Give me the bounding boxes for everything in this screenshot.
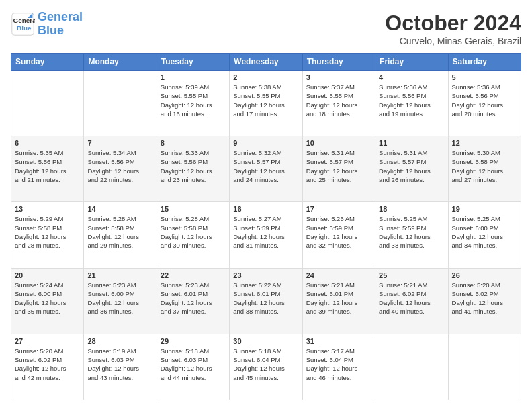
week-row-2: 13Sunrise: 5:29 AM Sunset: 5:58 PM Dayli… bbox=[11, 202, 521, 268]
day-number: 31 bbox=[306, 337, 371, 345]
day-info: Sunrise: 5:31 AM Sunset: 5:57 PM Dayligh… bbox=[379, 148, 444, 184]
day-number: 28 bbox=[87, 337, 152, 345]
calendar-cell: 6Sunrise: 5:35 AM Sunset: 5:56 PM Daylig… bbox=[11, 136, 84, 202]
day-number: 21 bbox=[87, 271, 152, 279]
calendar-table: SundayMondayTuesdayWednesdayThursdayFrid… bbox=[11, 53, 521, 400]
day-info: Sunrise: 5:36 AM Sunset: 5:56 PM Dayligh… bbox=[379, 83, 444, 118]
calendar-cell: 30Sunrise: 5:18 AM Sunset: 6:04 PM Dayli… bbox=[230, 334, 302, 400]
calendar-cell: 4Sunrise: 5:36 AM Sunset: 5:56 PM Daylig… bbox=[375, 71, 448, 136]
day-info: Sunrise: 5:19 AM Sunset: 6:03 PM Dayligh… bbox=[87, 347, 152, 382]
calendar-cell: 8Sunrise: 5:33 AM Sunset: 5:56 PM Daylig… bbox=[157, 136, 229, 202]
day-number: 30 bbox=[233, 337, 298, 345]
day-info: Sunrise: 5:36 AM Sunset: 5:56 PM Dayligh… bbox=[452, 83, 517, 118]
calendar-cell: 31Sunrise: 5:17 AM Sunset: 6:04 PM Dayli… bbox=[302, 334, 375, 400]
calendar-cell: 2Sunrise: 5:38 AM Sunset: 5:55 PM Daylig… bbox=[230, 71, 302, 136]
logo-text: General Blue bbox=[38, 11, 83, 38]
calendar-cell: 25Sunrise: 5:21 AM Sunset: 6:02 PM Dayli… bbox=[375, 268, 448, 334]
calendar-cell: 13Sunrise: 5:29 AM Sunset: 5:58 PM Dayli… bbox=[11, 202, 84, 268]
day-number: 20 bbox=[15, 271, 80, 279]
calendar-cell bbox=[375, 334, 448, 400]
day-info: Sunrise: 5:24 AM Sunset: 6:00 PM Dayligh… bbox=[15, 281, 80, 316]
calendar-cell: 3Sunrise: 5:37 AM Sunset: 5:55 PM Daylig… bbox=[302, 71, 375, 136]
day-number: 6 bbox=[15, 139, 80, 147]
day-number: 15 bbox=[161, 205, 226, 213]
day-info: Sunrise: 5:17 AM Sunset: 6:04 PM Dayligh… bbox=[306, 347, 371, 382]
calendar-cell: 17Sunrise: 5:26 AM Sunset: 5:59 PM Dayli… bbox=[302, 202, 375, 268]
day-header-thursday: Thursday bbox=[302, 54, 375, 71]
day-info: Sunrise: 5:28 AM Sunset: 5:58 PM Dayligh… bbox=[87, 214, 152, 250]
day-info: Sunrise: 5:33 AM Sunset: 5:56 PM Dayligh… bbox=[161, 148, 226, 184]
day-number: 10 bbox=[306, 139, 371, 147]
calendar-cell: 21Sunrise: 5:23 AM Sunset: 6:00 PM Dayli… bbox=[84, 268, 157, 334]
day-number: 19 bbox=[452, 205, 517, 213]
day-info: Sunrise: 5:39 AM Sunset: 5:55 PM Dayligh… bbox=[161, 83, 226, 118]
calendar-cell: 10Sunrise: 5:31 AM Sunset: 5:57 PM Dayli… bbox=[302, 136, 375, 202]
calendar-cell: 16Sunrise: 5:27 AM Sunset: 5:59 PM Dayli… bbox=[230, 202, 302, 268]
day-info: Sunrise: 5:22 AM Sunset: 6:01 PM Dayligh… bbox=[233, 281, 298, 316]
day-info: Sunrise: 5:37 AM Sunset: 5:55 PM Dayligh… bbox=[306, 83, 371, 118]
day-info: Sunrise: 5:20 AM Sunset: 6:02 PM Dayligh… bbox=[452, 281, 517, 316]
logo: General Blue General Blue bbox=[11, 11, 83, 38]
day-number: 3 bbox=[306, 73, 371, 81]
week-row-0: 1Sunrise: 5:39 AM Sunset: 5:55 PM Daylig… bbox=[11, 71, 521, 136]
day-number: 22 bbox=[161, 271, 226, 279]
calendar-cell: 1Sunrise: 5:39 AM Sunset: 5:55 PM Daylig… bbox=[157, 71, 229, 136]
calendar-header-row: SundayMondayTuesdayWednesdayThursdayFrid… bbox=[11, 54, 521, 71]
day-number: 27 bbox=[15, 337, 80, 345]
day-info: Sunrise: 5:18 AM Sunset: 6:04 PM Dayligh… bbox=[233, 347, 298, 382]
svg-text:Blue: Blue bbox=[17, 24, 32, 32]
location: Curvelo, Minas Gerais, Brazil bbox=[385, 36, 521, 46]
page: General Blue General Blue October 2024 C… bbox=[0, 0, 532, 411]
day-number: 9 bbox=[233, 139, 298, 147]
day-info: Sunrise: 5:25 AM Sunset: 6:00 PM Dayligh… bbox=[452, 214, 517, 250]
day-number: 18 bbox=[379, 205, 444, 213]
calendar-cell: 15Sunrise: 5:28 AM Sunset: 5:58 PM Dayli… bbox=[157, 202, 229, 268]
day-info: Sunrise: 5:38 AM Sunset: 5:55 PM Dayligh… bbox=[233, 83, 298, 118]
day-info: Sunrise: 5:32 AM Sunset: 5:57 PM Dayligh… bbox=[233, 148, 298, 184]
title-block: October 2024 Curvelo, Minas Gerais, Braz… bbox=[385, 11, 521, 46]
calendar-cell bbox=[448, 334, 521, 400]
day-number: 23 bbox=[233, 271, 298, 279]
day-info: Sunrise: 5:21 AM Sunset: 6:01 PM Dayligh… bbox=[306, 281, 371, 316]
day-number: 2 bbox=[233, 73, 298, 81]
calendar-cell bbox=[84, 71, 157, 136]
calendar-cell: 5Sunrise: 5:36 AM Sunset: 5:56 PM Daylig… bbox=[448, 71, 521, 136]
day-info: Sunrise: 5:21 AM Sunset: 6:02 PM Dayligh… bbox=[379, 281, 444, 316]
day-number: 11 bbox=[379, 139, 444, 147]
day-number: 17 bbox=[306, 205, 371, 213]
day-number: 13 bbox=[15, 205, 80, 213]
day-number: 14 bbox=[87, 205, 152, 213]
day-info: Sunrise: 5:23 AM Sunset: 6:00 PM Dayligh… bbox=[87, 281, 152, 316]
calendar-cell: 26Sunrise: 5:20 AM Sunset: 6:02 PM Dayli… bbox=[448, 268, 521, 334]
day-info: Sunrise: 5:23 AM Sunset: 6:01 PM Dayligh… bbox=[161, 281, 226, 316]
calendar-cell bbox=[11, 71, 84, 136]
day-number: 8 bbox=[161, 139, 226, 147]
day-number: 24 bbox=[306, 271, 371, 279]
day-number: 12 bbox=[452, 139, 517, 147]
day-number: 4 bbox=[379, 73, 444, 81]
header: General Blue General Blue October 2024 C… bbox=[11, 11, 521, 46]
calendar-cell: 18Sunrise: 5:25 AM Sunset: 5:59 PM Dayli… bbox=[375, 202, 448, 268]
calendar-cell: 22Sunrise: 5:23 AM Sunset: 6:01 PM Dayli… bbox=[157, 268, 229, 334]
day-info: Sunrise: 5:31 AM Sunset: 5:57 PM Dayligh… bbox=[306, 148, 371, 184]
day-info: Sunrise: 5:25 AM Sunset: 5:59 PM Dayligh… bbox=[379, 214, 444, 250]
calendar-cell: 9Sunrise: 5:32 AM Sunset: 5:57 PM Daylig… bbox=[230, 136, 302, 202]
day-header-friday: Friday bbox=[375, 54, 448, 71]
day-info: Sunrise: 5:18 AM Sunset: 6:03 PM Dayligh… bbox=[161, 347, 226, 382]
calendar-cell: 19Sunrise: 5:25 AM Sunset: 6:00 PM Dayli… bbox=[448, 202, 521, 268]
logo-icon: General Blue bbox=[11, 12, 35, 36]
day-number: 5 bbox=[452, 73, 517, 81]
calendar-cell: 11Sunrise: 5:31 AM Sunset: 5:57 PM Dayli… bbox=[375, 136, 448, 202]
day-header-saturday: Saturday bbox=[448, 54, 521, 71]
month-title: October 2024 bbox=[385, 11, 521, 36]
calendar-cell: 20Sunrise: 5:24 AM Sunset: 6:00 PM Dayli… bbox=[11, 268, 84, 334]
day-number: 7 bbox=[87, 139, 152, 147]
day-header-wednesday: Wednesday bbox=[230, 54, 302, 71]
day-number: 1 bbox=[161, 73, 226, 81]
calendar-cell: 7Sunrise: 5:34 AM Sunset: 5:56 PM Daylig… bbox=[84, 136, 157, 202]
day-info: Sunrise: 5:20 AM Sunset: 6:02 PM Dayligh… bbox=[15, 347, 80, 382]
calendar-cell: 24Sunrise: 5:21 AM Sunset: 6:01 PM Dayli… bbox=[302, 268, 375, 334]
day-number: 26 bbox=[452, 271, 517, 279]
day-info: Sunrise: 5:34 AM Sunset: 5:56 PM Dayligh… bbox=[87, 148, 152, 184]
day-info: Sunrise: 5:29 AM Sunset: 5:58 PM Dayligh… bbox=[15, 214, 80, 250]
